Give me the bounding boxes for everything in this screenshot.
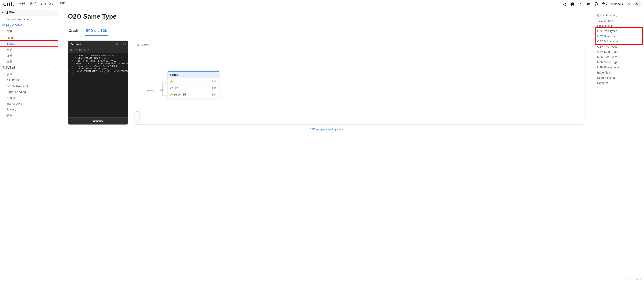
visualize-button[interactable]: Visualize: [68, 117, 128, 124]
chevron-down-icon: ▾: [76, 48, 78, 51]
erd-edge-label: prev_id:id: [147, 89, 163, 92]
zoom-fit-button[interactable]: ⤢: [135, 118, 140, 122]
svg-point-0: [636, 3, 638, 4]
mail-icon[interactable]: [578, 2, 583, 6]
sidebar-item[interactable]: Fields: [0, 35, 58, 40]
watermark: CSDN @CTRA王大大: [621, 277, 642, 280]
toc-item[interactable]: M2M Same Type: [597, 60, 641, 65]
toc-item[interactable]: O2O Bidirectional: [597, 39, 641, 44]
erd-search-input[interactable]: [141, 44, 581, 46]
tabs: GraphERD and SQL: [68, 26, 584, 36]
schema-title: Schema: [70, 42, 81, 46]
erd-panel: 🔍 prev_id:id nodes 🔑idintvalueint🔑prev: [133, 40, 584, 124]
code-line: 6 "c-kw">PRIMARY KEY(id),: [68, 67, 128, 70]
discord-icon[interactable]: [570, 2, 575, 6]
chevron-down-icon: ⌄: [53, 11, 56, 15]
theme-toggle-icon[interactable]: ☀: [626, 2, 631, 6]
sidebar-item[interactable]: Privacy: [0, 106, 58, 112]
fullscreen-icon[interactable]: ⛶: [123, 43, 126, 46]
search-button[interactable]: [634, 1, 641, 7]
toc-item[interactable]: Edge Field: [597, 70, 641, 75]
sidebar-item[interactable]: Mixin: [0, 52, 58, 58]
sql-code: 1"c-com">-- create table "nodes"2"c-kw">…: [68, 53, 128, 117]
erd-zoom-controls: + − ⤢: [134, 109, 140, 123]
language-label: Chinese: [610, 2, 621, 6]
code-line: 3 id "c-ty">int "c-kw">NOT NULL,: [68, 60, 128, 62]
toc-item[interactable]: O2O Same Type: [597, 34, 641, 39]
nav-link[interactable]: GoDoc↗: [41, 2, 54, 6]
toc-highlight-box: O2O Two TypesO2O Same TypeO2O Bidirectio…: [596, 28, 642, 44]
db-label[interactable]: SQL: [70, 49, 75, 51]
erd-column: valueint: [168, 84, 219, 91]
chevron-down-icon: ▾: [88, 48, 89, 51]
nav-link[interactable]: 博客: [58, 2, 65, 6]
chevron-down-icon: ⌄: [53, 24, 56, 27]
zoom-in-button[interactable]: +: [135, 109, 140, 114]
tab[interactable]: ERD and SQL: [85, 26, 108, 36]
sidebar: 快速开始⌄Quick Introduction结构 (Schema)⌄引言Fie…: [0, 8, 58, 281]
code-line: 5 prev_id "c-ty">int "c-kw">NULL,: [68, 65, 128, 67]
nav-link[interactable]: 文档: [18, 2, 25, 6]
sidebar-section[interactable]: 结构 (Schema)⌄: [0, 22, 58, 28]
sidebar-item[interactable]: 引言: [0, 71, 58, 77]
sidebar-item[interactable]: 引言: [0, 28, 58, 35]
sidebar-section-label: 快速开始: [2, 11, 15, 15]
search-icon: 🔍: [136, 44, 140, 46]
db-icon[interactable]: ⛁: [116, 43, 118, 46]
sidebar-item[interactable]: 事务: [0, 112, 58, 118]
slack-icon[interactable]: [562, 2, 567, 6]
logo[interactable]: ent.: [3, 0, 14, 8]
toc-item[interactable]: Quick Summary: [597, 13, 641, 18]
erd-table-name: nodes: [168, 71, 219, 78]
toc-item[interactable]: O2M Two Types: [597, 44, 641, 49]
toc-item[interactable]: M2M Two Types: [597, 54, 641, 60]
external-link-icon: ↗: [52, 3, 54, 6]
github-icon[interactable]: [594, 2, 599, 6]
schema-panel: Schema ⛁ ≡ ⛶ SQL ▾ SQLite ▾ 1"c-com">-- …: [68, 40, 128, 124]
code-line: 7 "c-kw">CONSTRAINT "prev_id" "c-kw">FOR…: [68, 70, 128, 72]
sidebar-item[interactable]: 索引: [0, 46, 58, 52]
toc-item[interactable]: Required: [597, 80, 641, 86]
toc-item[interactable]: M2M Bidirectional: [597, 65, 641, 70]
toc-item[interactable]: Edge Schema: [597, 75, 641, 80]
sidebar-item[interactable]: Quick Introduction: [0, 16, 58, 22]
sidebar-section[interactable]: 快速开始⌄: [0, 10, 58, 16]
key-icon: 🔑: [170, 80, 173, 83]
nav-right: �文A Chinese ▾ ☀: [562, 1, 641, 7]
toc-item[interactable]: O2O Two Types: [597, 28, 641, 34]
erd-column: 🔑idint: [168, 78, 219, 84]
translate-icon: �文A: [602, 2, 609, 6]
language-selector[interactable]: �文A Chinese ▾: [602, 2, 623, 6]
code-line: 4 value "c-ty">int "c-kw">NOT NULL "c-kw…: [68, 62, 128, 65]
code-line: 1"c-com">-- create table "nodes": [68, 54, 128, 57]
sidebar-section-label: 结构 (Schema): [2, 23, 24, 28]
toc-item[interactable]: O2M Same Type: [597, 49, 641, 54]
toc: Quick SummaryTo and FromRelationshipO2O …: [594, 8, 644, 281]
top-nav: ent. 文档教程GoDoc↗博客 �文A Chinese ▾ ☀: [0, 0, 644, 8]
tab[interactable]: Graph: [68, 26, 79, 36]
sidebar-item[interactable]: Graph Traversal: [0, 83, 58, 89]
erd-column: 🔑prev_idint: [168, 91, 219, 98]
sidebar-item[interactable]: CRUD API: [0, 77, 58, 83]
code-line: 8);: [68, 72, 128, 75]
zoom-out-button[interactable]: −: [135, 114, 140, 118]
toc-item[interactable]: Relationship: [597, 23, 641, 28]
erd-note[interactable]: ERD was generated by Atlas: [68, 128, 584, 131]
erd-canvas[interactable]: prev_id:id nodes 🔑idintvalueint🔑prev_idi…: [135, 47, 582, 115]
code-line: 2"c-kw">CREATE TABLE nodes(: [68, 57, 128, 60]
chevron-down-icon: ⌄: [53, 66, 56, 70]
toc-item[interactable]: To and From: [597, 18, 641, 23]
nav-link[interactable]: 教程: [30, 2, 36, 6]
sidebar-section-label: 代码生成: [2, 66, 15, 70]
sidebar-item[interactable]: Hooks: [0, 95, 58, 100]
sidebar-section[interactable]: 代码生成⌄: [0, 64, 58, 71]
chevron-down-icon: ▾: [622, 2, 623, 6]
sidebar-item[interactable]: Eager Loading: [0, 89, 58, 95]
list-icon[interactable]: ≡: [120, 43, 121, 46]
erd-table-nodes[interactable]: nodes 🔑idintvalueint🔑prev_idint: [167, 71, 219, 98]
twitter-icon[interactable]: [586, 2, 591, 6]
sidebar-item[interactable]: 注解: [0, 58, 58, 64]
sidebar-item[interactable]: Edges: [0, 40, 58, 46]
dialect-label[interactable]: SQLite: [79, 49, 86, 51]
sidebar-item[interactable]: Interceptors: [0, 100, 58, 106]
